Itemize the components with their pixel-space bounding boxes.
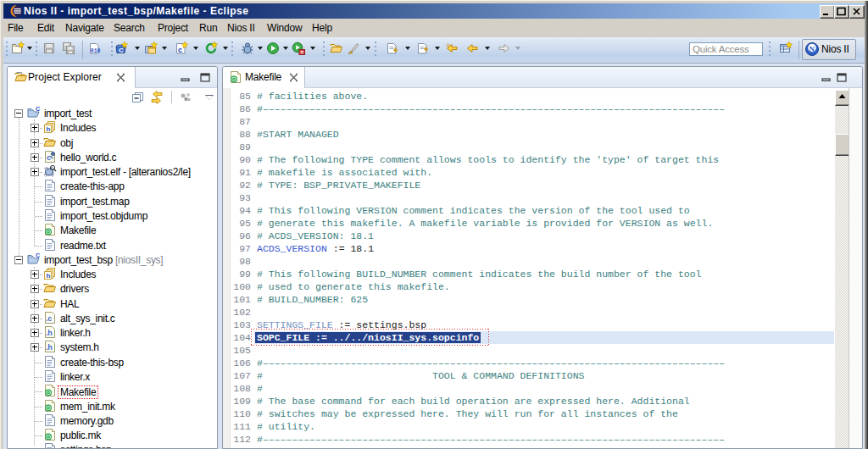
svg-text:.h: .h [46,329,52,337]
svg-text:.c: .c [46,314,52,323]
svg-text:h: h [47,272,51,280]
svg-text:C: C [36,106,40,112]
svg-text:N: N [810,45,815,53]
svg-text:h: h [47,125,51,133]
svg-text:010: 010 [91,48,101,54]
svg-text:c: c [47,153,51,162]
svg-text:C: C [36,252,40,258]
svg-text:c: c [178,46,182,54]
svg-text:.h: .h [46,343,52,352]
